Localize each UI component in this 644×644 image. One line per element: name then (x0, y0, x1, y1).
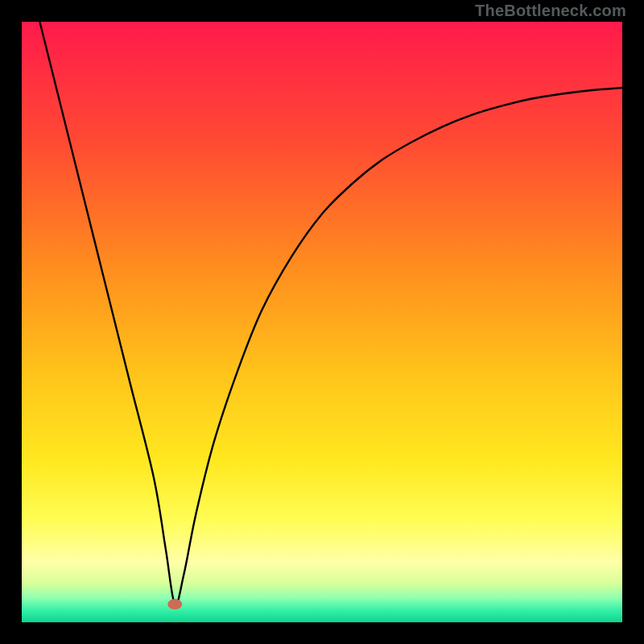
plot-background (22, 22, 622, 622)
optimal-point-marker (167, 599, 182, 609)
chart-container: TheBottleneck.com (0, 0, 644, 644)
watermark-text: TheBottleneck.com (475, 2, 626, 20)
bottleneck-chart (0, 0, 644, 644)
